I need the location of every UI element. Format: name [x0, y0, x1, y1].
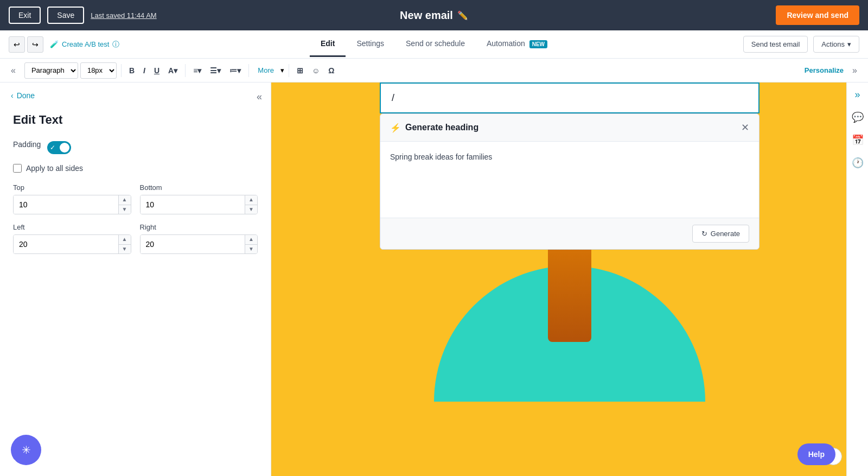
personalize-button[interactable]: Personalize — [805, 66, 844, 74]
left-input[interactable] — [14, 235, 118, 253]
right-spinners: ▲ ▼ — [245, 235, 257, 253]
create-ab-label: Create A/B test — [62, 40, 109, 48]
right-input-wrap: ▲ ▼ — [140, 234, 258, 254]
main-layout: ‹ Done Edit Text Padding ✓ Apply to all … — [0, 82, 868, 476]
generate-popup-body: Spring break ideas for families — [380, 142, 759, 218]
chat-icon[interactable]: 💬 — [852, 111, 864, 123]
last-saved[interactable]: Last saved 11:44 AM — [91, 11, 156, 20]
right-decrement[interactable]: ▼ — [245, 245, 257, 254]
padding-toggle[interactable]: ✓ — [47, 141, 71, 154]
create-ab-test[interactable]: 🧪 Create A/B test ⓘ — [50, 40, 119, 49]
align-arrow: ▾ — [197, 66, 201, 75]
editor-cursor[interactable]: / — [392, 92, 394, 103]
tab-automation[interactable]: Automation NEW — [476, 31, 558, 57]
generate-refresh-icon: ↻ — [701, 230, 707, 238]
left-spinners: ▲ ▼ — [118, 235, 131, 253]
collapse-left-toolbar-button[interactable]: « — [7, 64, 20, 78]
calendar-icon[interactable]: 📅 — [852, 134, 864, 146]
left-decrement[interactable]: ▼ — [119, 245, 131, 254]
left-increment[interactable]: ▲ — [119, 235, 131, 245]
list-number-icon: ≔ — [229, 66, 237, 75]
exit-button[interactable]: Exit — [9, 7, 41, 24]
tab-right: Send test email Actions ▾ — [743, 36, 859, 53]
toolbar-divider-4 — [289, 64, 289, 77]
teal-semicircle — [434, 266, 705, 402]
font-size-select[interactable]: 18px — [80, 62, 117, 79]
left-panel-collapse-button[interactable]: « — [252, 87, 266, 107]
toggle-thumb — [60, 143, 69, 153]
apply-all-checkbox[interactable] — [13, 164, 22, 173]
align-button[interactable]: ≡ ▾ — [190, 62, 205, 79]
hubspot-icon: ✳ — [22, 443, 31, 456]
redo-button[interactable]: ↪ — [27, 36, 43, 53]
header-right: Review and send — [776, 5, 859, 25]
bold-button[interactable]: B — [126, 62, 138, 79]
panel-title: Edit Text — [13, 113, 258, 127]
columns-icon-button[interactable]: ⊞ — [293, 62, 307, 79]
done-label: Done — [17, 91, 35, 100]
padding-label: Padding — [13, 140, 41, 149]
top-input-wrap: ▲ ▼ — [13, 195, 131, 214]
undo-button[interactable]: ↩ — [9, 36, 25, 53]
list-bullet-button[interactable]: ☰ ▾ — [207, 62, 224, 79]
done-arrow-icon: ‹ — [11, 91, 14, 100]
right-input[interactable] — [141, 235, 245, 253]
top-header: Exit Save Last saved 11:44 AM New email … — [0, 0, 868, 30]
send-test-button[interactable]: Send test email — [743, 36, 808, 53]
undo-redo: ↩ ↪ — [9, 36, 43, 53]
right-sidebar-icons: » 💬 📅 🕐 — [846, 82, 868, 476]
list-number-button[interactable]: ≔ ▾ — [226, 62, 244, 79]
tab-settings[interactable]: Settings — [346, 31, 395, 57]
top-increment[interactable]: ▲ — [119, 195, 131, 205]
tab-bar: ↩ ↪ 🧪 Create A/B test ⓘ Edit Settings Se… — [0, 30, 868, 59]
toolbar-divider-1 — [121, 64, 122, 77]
actions-chevron-icon: ▾ — [847, 40, 851, 48]
actions-button[interactable]: Actions ▾ — [813, 36, 859, 53]
right-field: Right ▲ ▼ — [140, 223, 258, 254]
juice-cup — [548, 250, 591, 342]
ab-info-icon: ⓘ — [112, 40, 119, 49]
padding-row: Padding ✓ — [13, 140, 258, 155]
paragraph-select[interactable]: Paragraph — [24, 62, 78, 79]
font-color-button[interactable]: A ▾ — [165, 62, 181, 79]
done-button[interactable]: ‹ Done — [0, 82, 271, 104]
emoji-button[interactable]: ☺ — [309, 62, 323, 79]
canvas-image-area — [380, 250, 760, 402]
left-field: Left ▲ ▼ — [13, 223, 131, 254]
help-button[interactable]: Help — [797, 443, 835, 465]
clock-icon[interactable]: 🕐 — [852, 157, 864, 169]
edit-title-icon[interactable]: ✏️ — [457, 10, 468, 21]
special-char-button[interactable]: Ω — [325, 62, 337, 79]
bottom-increment[interactable]: ▲ — [245, 195, 257, 205]
save-button[interactable]: Save — [47, 7, 84, 24]
ab-icon: 🧪 — [50, 40, 59, 48]
left-label: Left — [13, 223, 131, 231]
generate-heading-title: Generate heading — [405, 123, 478, 132]
popup-close-button[interactable]: ✕ — [741, 122, 749, 134]
bottom-decrement[interactable]: ▼ — [245, 205, 257, 214]
top-input[interactable] — [14, 195, 118, 214]
more-button[interactable]: More — [253, 64, 278, 77]
bottom-input[interactable] — [141, 195, 245, 214]
text-editor-box[interactable]: / — [380, 82, 760, 113]
toolbar-divider-3 — [248, 64, 249, 77]
right-increment[interactable]: ▲ — [245, 235, 257, 245]
generate-button[interactable]: ↻ Generate — [692, 225, 749, 243]
font-color-icon: A — [168, 66, 174, 75]
tab-send-schedule[interactable]: Send or schedule — [395, 31, 476, 57]
collapse-right-toolbar-button[interactable]: » — [848, 64, 861, 78]
toggle-check-icon: ✓ — [50, 144, 55, 151]
actions-label: Actions — [821, 40, 845, 48]
bottom-spinners: ▲ ▼ — [245, 195, 257, 214]
toggle-track[interactable]: ✓ — [47, 141, 71, 154]
tabs-center: Edit Settings Send or schedule Automatio… — [310, 31, 558, 57]
header-title: New email ✏️ — [400, 9, 468, 22]
collapse-canvas-right-icon[interactable]: » — [854, 89, 860, 100]
italic-button[interactable]: I — [140, 62, 149, 79]
top-decrement[interactable]: ▼ — [119, 205, 131, 214]
underline-button[interactable]: U — [151, 62, 163, 79]
apply-all-label[interactable]: Apply to all sides — [26, 164, 83, 173]
review-send-button[interactable]: Review and send — [776, 5, 859, 25]
tab-edit[interactable]: Edit — [310, 31, 346, 57]
left-input-wrap: ▲ ▼ — [13, 234, 131, 254]
